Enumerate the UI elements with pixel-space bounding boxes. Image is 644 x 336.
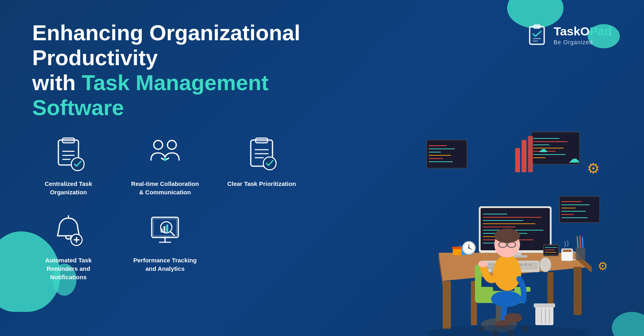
svg-point-12	[154, 140, 163, 149]
features-row-2: Automated Task Reminders and Notificatio…	[32, 212, 402, 281]
svg-point-147	[491, 291, 522, 307]
feature-realtime-collab: Real-time Collaboration & Communication	[129, 136, 201, 196]
headline-section: Enhancing Organizational Productivity wi…	[32, 20, 334, 120]
svg-rect-115	[576, 247, 585, 260]
svg-rect-114	[563, 249, 572, 252]
feature-centralized-task-label: Centralized Task Organization	[32, 179, 105, 196]
cloud-icon-2: ☁	[539, 144, 547, 155]
feature-realtime-collab-label: Real-time Collaboration & Communication	[129, 179, 201, 196]
feature-performance-tracking: Performance Tracking and Analytics	[129, 212, 201, 273]
performance-tracking-icon	[147, 212, 183, 249]
gear-icon-1: ⚙	[587, 160, 600, 177]
svg-point-128	[468, 247, 470, 249]
svg-rect-88	[489, 264, 492, 266]
page-content: Enhancing Organizational Productivity wi…	[0, 0, 644, 336]
logo-name-part2: Pad	[590, 25, 612, 38]
feature-centralized-task: Centralized Task Organization	[32, 136, 105, 196]
svg-line-116	[577, 237, 578, 247]
svg-rect-95	[520, 264, 523, 266]
features-section: Centralized Task Organization	[32, 128, 402, 336]
svg-rect-62	[522, 140, 526, 172]
gear-icon-2: ⚙	[598, 260, 608, 273]
automated-reminders-icon	[50, 212, 87, 249]
svg-rect-129	[535, 305, 553, 325]
svg-rect-34	[163, 226, 165, 233]
logo-area: TaskOPad Be Organized	[526, 24, 612, 46]
feature-automated-reminders-label: Automated Task Reminders and Notificatio…	[32, 256, 105, 281]
svg-rect-112	[452, 247, 462, 249]
feature-automated-reminders: Automated Task Reminders and Notificatio…	[32, 212, 105, 281]
svg-line-117	[580, 236, 580, 247]
svg-rect-138	[477, 287, 493, 292]
svg-point-140	[493, 255, 521, 291]
svg-rect-130	[534, 303, 555, 307]
logo-tagline: Be Organized	[553, 39, 612, 45]
svg-point-14	[163, 158, 167, 161]
header: Enhancing Organizational Productivity wi…	[0, 0, 644, 128]
svg-rect-17	[256, 138, 268, 143]
feature-clear-priority: Clear Task Prioritization	[225, 136, 298, 188]
svg-point-142	[494, 229, 520, 243]
svg-line-32	[170, 231, 174, 235]
headline-line2-plain: with	[32, 70, 82, 95]
svg-rect-99	[491, 267, 494, 269]
headline-line1: Enhancing Organizational Productivity	[32, 21, 300, 70]
svg-point-13	[167, 140, 176, 149]
logo-box: TaskOPad Be Organized	[526, 24, 612, 46]
features-row-1: Centralized Task Organization	[32, 136, 402, 196]
svg-rect-2	[534, 25, 540, 28]
illustration-area: ☁ ☁ ⚙ ⚙	[402, 128, 612, 336]
svg-rect-61	[515, 148, 520, 172]
svg-rect-7	[62, 138, 74, 143]
feature-clear-priority-label: Clear Task Prioritization	[227, 179, 296, 188]
svg-rect-63	[528, 136, 533, 172]
feature-performance-tracking-label: Performance Tracking and Analytics	[129, 256, 201, 273]
svg-rect-33	[161, 229, 163, 233]
logo-text: TaskOPad Be Organized	[553, 25, 612, 45]
svg-rect-67	[443, 281, 451, 329]
centralized-task-icon	[50, 136, 87, 172]
svg-rect-96	[524, 264, 527, 266]
clear-priority-icon	[244, 136, 280, 172]
cloud-icon-1: ☁	[568, 152, 580, 165]
main-body: Centralized Task Organization	[0, 128, 644, 336]
logo-name-part1: TaskO	[553, 25, 590, 38]
logo-icon	[526, 24, 549, 46]
svg-rect-68	[574, 267, 582, 315]
svg-rect-97	[528, 264, 532, 266]
svg-point-146	[478, 261, 488, 267]
main-headline: Enhancing Organizational Productivity wi…	[32, 20, 334, 120]
svg-rect-35	[166, 225, 168, 233]
svg-rect-54	[561, 198, 599, 220]
realtime-collab-icon	[147, 136, 183, 172]
svg-line-118	[582, 237, 583, 247]
